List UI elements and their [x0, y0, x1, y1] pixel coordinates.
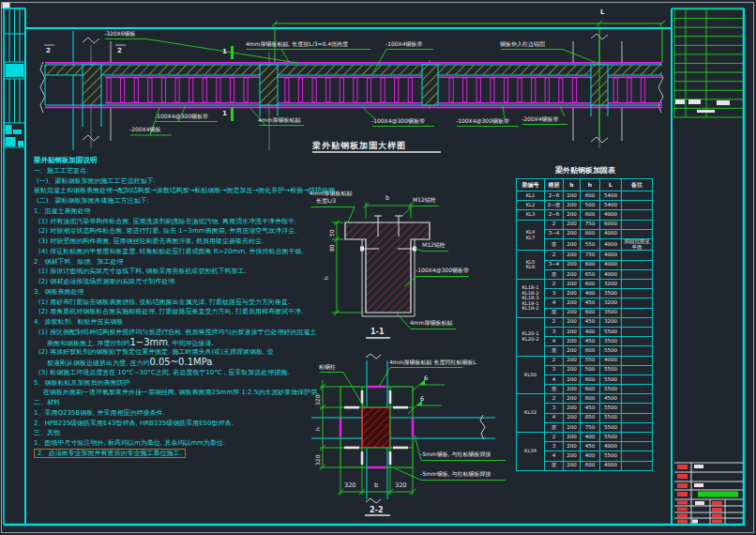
note-line: (2) 用角磨机对钢板粘合面实施粗糙处理, 打磨纹路应垂直受力方向, 打磨后用棉…	[34, 307, 540, 317]
table-cell: 3	[545, 327, 564, 336]
table-cell: 加固范围见平面	[622, 238, 653, 251]
table-cell: 4	[545, 337, 564, 346]
table-cell: 4000	[600, 442, 622, 451]
table-cell: 4000	[600, 210, 622, 220]
table-cell: 4	[545, 451, 564, 461]
table-header-cell: h	[581, 179, 600, 191]
table-cell: 200	[564, 308, 581, 317]
table-cell: 450	[581, 337, 600, 346]
table-cell: 2	[545, 220, 564, 229]
table-cell: 5400	[600, 191, 622, 201]
note-line: 三、其他	[34, 428, 540, 438]
label-strap-300-c: -100X4@300钢板带	[456, 118, 509, 125]
note-line: (2) 对较潮湿状态构件粘合面, 需进行打磨, 除去 1~3mm表面层, 并用压…	[34, 226, 540, 237]
beam-table: 梁编号楼层bhL备注 KL12~62006005400KL22~屋2005005…	[516, 178, 653, 471]
table-cell	[622, 346, 653, 356]
table-cell: 3500	[600, 308, 622, 317]
table-cell: 4000	[600, 229, 622, 238]
note-line: 胶液刚从钢板边缝挤出为度, 压力约0.05~0.1MPa.	[34, 358, 540, 368]
table-cell: 4	[545, 298, 564, 308]
note-line: 一、施工工艺要点:	[34, 166, 540, 176]
table-cell	[622, 413, 653, 422]
table-cell: 5500	[600, 404, 622, 413]
table-cell: 200	[564, 356, 581, 365]
table-cell	[622, 251, 653, 260]
label-anchor-note: 钢板伸入柱边锚固	[500, 41, 545, 48]
table-cell: 4	[545, 413, 564, 422]
table-cell: 600	[581, 280, 600, 289]
d2-dim-320-bottom-left: 320	[344, 482, 355, 489]
table-cell: 200	[564, 238, 581, 251]
table-cell	[622, 337, 653, 346]
table-cell: 5500	[600, 451, 622, 461]
table-cell: 450	[581, 442, 600, 451]
table-cell: 600	[581, 210, 600, 220]
table-cell	[622, 260, 653, 269]
table-header-cell: 楼层	[545, 179, 564, 191]
reinforcement-table: 梁外贴钢板加固表 梁编号楼层bhL备注 KL12~62006005400KL22…	[516, 165, 655, 471]
table-cell: 200	[564, 394, 581, 404]
note-line: 二、材料	[34, 398, 540, 408]
label-plate-4mm-top: 4mm厚钢板粘贴, 长度按L/3≈0.4倍跨度	[246, 41, 348, 48]
table-cell	[622, 229, 653, 238]
table-cell: 200	[564, 404, 581, 413]
table-cell: 5400	[600, 201, 622, 210]
title-block	[674, 9, 743, 524]
note-line: 5、钢板粘贴及加固后的表面防护	[34, 378, 540, 389]
table-cell: 6000	[600, 220, 622, 229]
table-cell	[622, 385, 653, 394]
label-strap-300-b: -100X4@300钢板带	[371, 118, 425, 125]
table-cell	[622, 422, 653, 432]
table-cell: 200	[564, 433, 581, 442]
table-title: 梁外贴钢板加固表	[516, 165, 655, 176]
note-line: (2) 将涂好胶粘剂的钢板贴于预定位置并固定. 施工时用夹具(或)支撑撑紧钢板,…	[34, 347, 540, 358]
table-cell: 200	[564, 346, 581, 356]
table-cell: 600	[581, 191, 600, 201]
table-cell: 200	[564, 317, 581, 327]
binding-strip	[5, 8, 25, 147]
table-header-cell: L	[600, 179, 622, 191]
table-cell: 500	[581, 201, 600, 210]
table-cell: 400	[581, 433, 600, 442]
table-cell: 200	[564, 289, 581, 298]
table-row: KL18-1KL18-2KL18-3KL19-1KL19-22200600320…	[517, 280, 653, 289]
table-cell	[622, 394, 653, 404]
table-row: KL32~62006004000	[517, 210, 653, 220]
table-cell: 4	[545, 374, 564, 384]
table-cell	[622, 433, 653, 442]
label-plate-200x4: -200X4钢板	[129, 127, 161, 133]
label-strap-100x4: -100X4钢板带	[386, 41, 423, 48]
table-cell: 3	[545, 442, 564, 451]
table-cell: 400	[581, 289, 600, 298]
section-mark-2-left: 2	[46, 47, 51, 54]
section-mark-1-top: 1	[222, 48, 227, 55]
note-line: 梁外贴钢板加固说明	[34, 156, 540, 166]
table-cell: 450	[581, 317, 600, 327]
table-cell: 2	[545, 317, 564, 327]
table-cell: 4500	[600, 394, 622, 404]
table-cell: 200	[564, 451, 581, 461]
table-cell	[622, 201, 653, 210]
d2-dim-320-bottom-right: 320	[395, 482, 406, 489]
table-cell: 4000	[600, 356, 622, 365]
selected-note[interactable]: 2、必须由专业加固并有资质的专业施工单位施工.	[34, 449, 186, 458]
table-cell: 600	[581, 308, 600, 317]
table-cell: 850	[581, 413, 600, 422]
table-cell: 屋	[545, 238, 564, 251]
table-row: KL20-1KL20-222004503200	[517, 317, 653, 327]
table-cell: 200	[564, 260, 581, 269]
table-cell: 550	[581, 356, 600, 365]
note-line: 被粘混凝土和钢板表面处理→配制结构胶→涂敷结构胶→粘贴钢板→固定加压→固化养护→…	[34, 186, 540, 196]
table-row: KL3422004005500	[517, 433, 653, 442]
table-cell	[622, 442, 653, 451]
table-cell: 3500	[600, 289, 622, 298]
table-cell: 400	[581, 327, 600, 336]
note-line: 3、钢板表面处理	[34, 287, 540, 298]
table-cell: 2~屋	[545, 201, 564, 210]
beam-id-cell: KL1	[517, 191, 545, 201]
beam-title: 梁外贴钢板加固大样图	[312, 141, 406, 150]
note-line: (一)、梁粘钢板加固的施工工艺流程如下:	[34, 176, 540, 187]
beam-id-cell: KL4KL7	[517, 220, 545, 251]
note-line: 表面和钢板面上, 厚度控制约1−3mm, 中间厚边缘薄.	[34, 338, 540, 348]
table-cell: 5500	[600, 365, 622, 374]
